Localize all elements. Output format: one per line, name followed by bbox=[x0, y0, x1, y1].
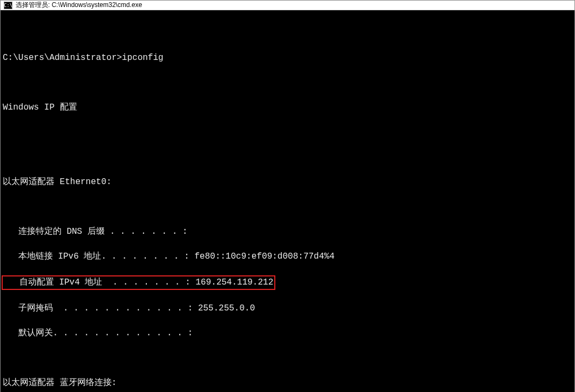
gateway-line: 默认网关. . . . . . . . . . . . . : bbox=[3, 327, 572, 340]
blank-line bbox=[3, 151, 572, 164]
adapter-title: 以太网适配器 Ethernet0: bbox=[3, 176, 572, 188]
ipconfig-header: Windows IP 配置 bbox=[3, 102, 572, 114]
cmd-window: C:\ 选择管理员: C:\Windows\system32\cmd.exe C… bbox=[0, 0, 575, 392]
blank-line bbox=[3, 27, 572, 39]
terminal-output[interactable]: C:\Users\Administrator>ipconfig Windows … bbox=[1, 10, 574, 392]
dns-suffix-line: 连接特定的 DNS 后缀 . . . . . . . : bbox=[3, 226, 572, 238]
blank-line bbox=[3, 352, 572, 364]
subnet-line: 子网掩码 . . . . . . . . . . . . : 255.255.0… bbox=[3, 302, 572, 315]
ipv6-line: 本地链接 IPv6 地址. . . . . . . . : fe80::10c9… bbox=[3, 251, 572, 263]
highlight-box: 自动配置 IPv4 地址 . . . . . . . : 169.254.119… bbox=[2, 275, 275, 290]
prompt-line: C:\Users\Administrator>ipconfig bbox=[3, 52, 572, 64]
window-title: 选择管理员: C:\Windows\system32\cmd.exe bbox=[16, 1, 142, 10]
window-titlebar[interactable]: C:\ 选择管理员: C:\Windows\system32\cmd.exe bbox=[1, 1, 574, 10]
blank-line bbox=[3, 201, 572, 213]
cmd-icon: C:\ bbox=[4, 2, 12, 9]
blank-line bbox=[3, 126, 572, 139]
blank-line bbox=[3, 77, 572, 89]
ipv4-line-highlighted: 自动配置 IPv4 地址 . . . . . . . : 169.254.119… bbox=[3, 275, 572, 290]
adapter-title: 以太网适配器 蓝牙网络连接: bbox=[3, 377, 572, 389]
